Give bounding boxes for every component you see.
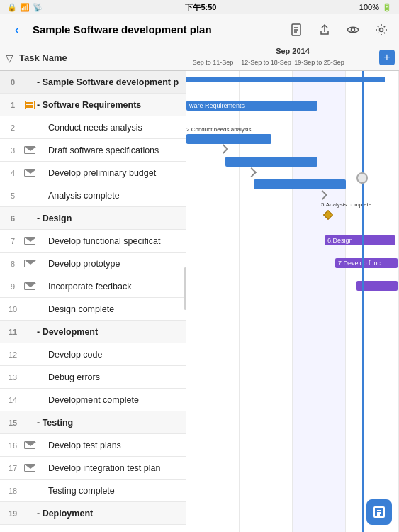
battery-icon: 🔒 (7, 3, 17, 12)
task-name: Develop test plans (37, 440, 183, 450)
row-number: 19 (3, 509, 23, 518)
table-row[interactable]: 16 Develop test plans (0, 434, 186, 457)
gantt-diamond-row5[interactable] (323, 210, 333, 220)
table-row[interactable]: 11 - Development (0, 321, 186, 343)
gantt-week-3: 19-Sep to 25-Sep (293, 57, 346, 67)
table-row[interactable]: 8 Develop prototype (0, 253, 186, 275)
row-number: 5 (3, 192, 23, 200)
table-row[interactable]: 18 Testing complete (0, 480, 186, 502)
task-name: - Development (37, 327, 183, 337)
gantt-bar-row6[interactable]: 6.Design (325, 235, 395, 245)
table-row[interactable]: 5 Analysis complete (0, 184, 186, 207)
gear-icon-button[interactable] (371, 19, 392, 40)
add-column-button[interactable]: + (379, 50, 395, 65)
wifi-icon: 📶 (20, 3, 30, 12)
table-row[interactable]: 17 Develop integration test plan (0, 457, 186, 480)
battery-icon-right: 🔋 (382, 3, 392, 12)
table-row[interactable]: 0 - Sample Software development p (0, 71, 186, 94)
row-number: 18 (3, 487, 23, 495)
row-number: 9 (3, 282, 23, 291)
row-number: 8 (3, 260, 23, 268)
table-row[interactable]: 2 Conduct needs analysis (0, 116, 186, 139)
svg-point-4 (352, 28, 355, 31)
gantt-bar-row1[interactable]: ware Requirements (186, 101, 317, 111)
gantt-bar-row2[interactable] (186, 134, 271, 144)
gantt-week-labels: Sep to 11-Sep 12-Sep to 18-Sep 19-Sep to… (186, 57, 399, 67)
row-number: 1 (3, 101, 23, 109)
gantt-arrow-1 (218, 144, 228, 154)
task-name: Develop prototype (37, 259, 183, 269)
gantt-arrow-3 (317, 190, 327, 200)
table-row[interactable]: 13 Debug errors (0, 366, 186, 389)
row-number: 2 (3, 123, 23, 132)
gantt-bar-row3[interactable]: 3.Draft software specifications (225, 157, 317, 167)
table-row[interactable]: 3 Draft software specifications (0, 139, 186, 162)
task-name: Develop functional specificat (37, 236, 183, 246)
svg-point-5 (380, 28, 383, 31)
row-icon-3 (23, 146, 37, 154)
row-number: 14 (3, 396, 23, 404)
filter-icon[interactable]: ▽ (6, 52, 13, 64)
page-title: Sample Software development plan (33, 23, 280, 35)
row-number: 7 (3, 237, 23, 245)
row-icon-16 (23, 441, 37, 449)
task-name: Develop preliminary budget (37, 168, 183, 178)
task-name: - Design (37, 214, 183, 223)
gantt-bar-row7[interactable]: 7.Develop func (335, 258, 398, 268)
row-icon-4 (23, 169, 37, 177)
table-row[interactable]: 4 Develop preliminary budget (0, 162, 186, 184)
table-row[interactable]: 7 Develop functional specificat (0, 230, 186, 253)
row-number: 6 (3, 214, 23, 223)
gantt-bars: ware Requirements 2.Conduct needs analys… (186, 71, 399, 532)
table-row[interactable]: 1 - Software Requirements (0, 94, 186, 116)
main-content: ▽ Task Name 0 - Sample Software developm… (0, 45, 399, 532)
gantt-body: ware Requirements 2.Conduct needs analys… (186, 71, 399, 532)
gantt-label-row2: 2.Conduct needs analysis (186, 126, 252, 133)
task-name: - Deployment (37, 509, 183, 519)
gantt-bar-row0[interactable] (186, 77, 385, 82)
back-button[interactable]: ‹ (7, 20, 27, 40)
row-number: 12 (3, 350, 23, 359)
milestone-circle (356, 172, 368, 184)
table-row[interactable]: 14 Development complete (0, 389, 186, 411)
gantt-month-row: Sep 2014 Sep to 11-Sep 12-Sep to 18-Sep … (186, 45, 399, 70)
table-row[interactable]: 15 - Testing (0, 411, 186, 434)
eye-icon-button[interactable] (342, 19, 364, 40)
today-line (362, 71, 364, 532)
fab-button[interactable] (366, 499, 392, 525)
status-right: 100% 🔋 (359, 3, 392, 12)
signal-icon: 📡 (33, 3, 43, 12)
task-name: Develop integration test plan (37, 463, 183, 473)
task-name: Draft software specifications (37, 145, 183, 155)
task-name: Debug errors (37, 372, 183, 382)
task-name: Develop code (37, 350, 183, 360)
task-name: Conduct needs analysis (37, 123, 183, 133)
task-name: Incorporate feedback (37, 282, 183, 292)
row-number: 11 (3, 328, 23, 336)
gantt-panel: + Sep 2014 Sep to 11-Sep 12-Sep to 18-Se… (186, 45, 399, 532)
gantt-label-row5: 5.Analysis complete (321, 201, 371, 208)
gantt-bar-row4[interactable]: 4.Develop preliminary budget (254, 179, 346, 189)
nav-bar: ‹ Sample Software development plan (0, 14, 399, 45)
task-name: - Sample Software development p (37, 77, 183, 87)
share-icon-button[interactable] (314, 19, 335, 40)
row-icon-7 (23, 237, 37, 245)
task-name: Design complete (37, 304, 183, 314)
table-row[interactable]: 12 Develop code (0, 343, 186, 366)
document-icon-button[interactable] (286, 19, 307, 40)
table-row[interactable]: 10 Design complete (0, 298, 186, 321)
row-icon-9 (23, 282, 37, 290)
status-time: 下午5:50 (185, 2, 216, 13)
task-name: - Testing (37, 418, 183, 428)
row-number: 15 (3, 419, 23, 427)
row-icon-17 (23, 464, 37, 472)
gantt-month-label: Sep 2014 (186, 45, 399, 57)
nav-icons (286, 19, 392, 40)
table-row[interactable]: 9 Incorporate feedback (0, 275, 186, 298)
battery-percent: 100% (359, 3, 379, 11)
table-row[interactable]: 19 - Deployment (0, 502, 186, 525)
status-left: 🔒 📶 📡 (7, 3, 43, 12)
task-header: ▽ Task Name (0, 45, 186, 71)
table-row[interactable]: 6 - Design (0, 207, 186, 230)
gantt-arrow-2 (247, 167, 257, 177)
